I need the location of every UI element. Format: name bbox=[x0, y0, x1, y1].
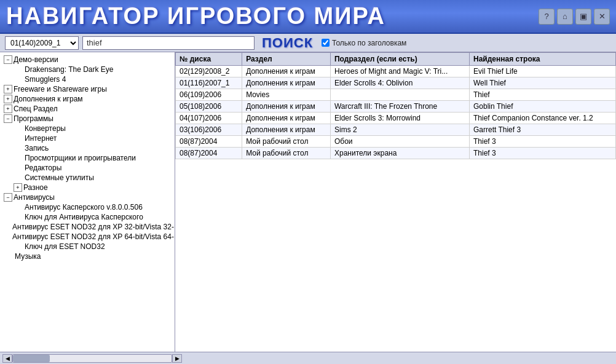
tree-label: Freeware и Shareware игры bbox=[14, 85, 107, 93]
window-icon[interactable]: ▣ bbox=[575, 9, 591, 25]
cell-section: Дополнения к играм bbox=[242, 66, 331, 77]
tree-panel: −Демо-версииDrakensang: The Dark EyeSmug… bbox=[0, 52, 175, 352]
title-only-checkbox-wrapper: Только по заголовкам bbox=[322, 39, 406, 47]
tree-label: Программы bbox=[14, 114, 53, 123]
tree-item-misc[interactable]: +Разное bbox=[1, 183, 173, 192]
title-only-checkbox[interactable] bbox=[322, 39, 330, 47]
tree-label: Интернет bbox=[25, 134, 57, 143]
cell-subsection: Sims 2 bbox=[330, 124, 469, 136]
results-panel: № диска Раздел Подраздел (если есть) Най… bbox=[175, 52, 616, 352]
tree-item-spec[interactable]: +Спец Раздел bbox=[1, 104, 173, 114]
tree-label: Редакторы bbox=[25, 164, 61, 172]
tree-item-record[interactable]: Запись bbox=[1, 143, 173, 153]
tree-label: Просмотрщики и проигрыватели bbox=[25, 154, 136, 162]
table-row[interactable]: 08(87)2004 Мой рабочий стол Обои Thief 3 bbox=[176, 136, 616, 148]
tree-item-viewers[interactable]: Просмотрщики и проигрыватели bbox=[1, 153, 173, 163]
tree-expander[interactable]: + bbox=[4, 105, 12, 113]
cell-found: Thief Companion Constance ver. 1.2 bbox=[469, 113, 615, 124]
search-input[interactable] bbox=[82, 36, 255, 50]
cell-disk: 01(116)2007_1 bbox=[176, 77, 242, 89]
scrollbar-thumb[interactable] bbox=[13, 355, 50, 362]
cell-section: Дополнения к играм bbox=[242, 124, 331, 136]
tree-item-converters[interactable]: Конвертеры bbox=[1, 124, 173, 133]
cell-subsection: Elder Scrolls 3: Morrowind bbox=[330, 113, 469, 124]
tree-connector bbox=[4, 252, 14, 261]
tree-item-kaspersky[interactable]: Антивирус Касперского v.8.0.0.506 bbox=[1, 202, 173, 212]
tree-expander[interactable]: − bbox=[4, 193, 12, 202]
col-disk: № диска bbox=[176, 53, 242, 66]
horizontal-scrollbar[interactable] bbox=[12, 354, 172, 363]
tree-label: Антивирус ESET NOD32 для XP 32-bit/Vista… bbox=[12, 223, 175, 231]
disk-select[interactable]: 01(140)2009_1 02(129)2008_2 01(116)2007_… bbox=[5, 36, 79, 50]
tree-item-sys[interactable]: Системные утилиты bbox=[1, 173, 173, 183]
table-row[interactable]: 01(116)2007_1 Дополнения к играм Elder S… bbox=[176, 77, 616, 89]
tree-connector bbox=[14, 203, 23, 212]
tree-item-eset-xp32[interactable]: Антивирус ESET NOD32 для XP 32-bit/Vista… bbox=[1, 222, 173, 232]
tree-item-smugglers[interactable]: Smugglers 4 bbox=[1, 74, 173, 84]
cell-section: Дополнения к играм bbox=[242, 113, 331, 124]
tree-expander[interactable]: + bbox=[14, 183, 22, 192]
table-row[interactable]: 02(129)2008_2 Дополнения к играм Heroes … bbox=[176, 66, 616, 77]
search-label: ПОИСК bbox=[262, 35, 313, 51]
table-row[interactable]: 04(107)2006 Дополнения к играм Elder Scr… bbox=[176, 113, 616, 124]
cell-found: Well Thief bbox=[469, 77, 615, 89]
close-icon[interactable]: ✕ bbox=[594, 9, 610, 25]
tree-label: Антивирус Касперского v.8.0.0.506 bbox=[25, 203, 143, 212]
cell-disk: 05(108)2006 bbox=[176, 101, 242, 113]
tree-connector bbox=[14, 154, 23, 162]
cell-found: Thief bbox=[469, 89, 615, 101]
cell-section: Дополнения к играм bbox=[242, 77, 331, 89]
col-section: Раздел bbox=[242, 53, 331, 66]
tree-item-eset-key[interactable]: Ключ для ESET NOD32 bbox=[1, 242, 173, 251]
tree-item-demo[interactable]: −Демо-версии bbox=[1, 55, 173, 65]
tree-expander[interactable]: − bbox=[4, 114, 12, 123]
tree-expander[interactable]: + bbox=[4, 85, 12, 93]
tree-label: Демо-версии bbox=[14, 55, 58, 64]
table-row[interactable]: 03(106)2006 Дополнения к играм Sims 2 Ga… bbox=[176, 124, 616, 136]
tree-item-programs[interactable]: −Программы bbox=[1, 114, 173, 124]
table-row[interactable]: 08(87)2004 Мой рабочий стол Хранители эк… bbox=[176, 148, 616, 159]
header: Навигатор игрового мира ? ⌂ ▣ ✕ bbox=[0, 0, 616, 34]
scroll-right-arrow[interactable]: ▶ bbox=[172, 354, 182, 363]
title-only-label: Только по заголовкам bbox=[332, 39, 406, 47]
table-row[interactable]: 06(109)2006 Movies Thief bbox=[176, 89, 616, 101]
cell-subsection: Heroes of Might and Magic V: Tri... bbox=[330, 66, 469, 77]
cell-found: Garrett Thief 3 bbox=[469, 124, 615, 136]
tree-label: Drakensang: The Dark Eye bbox=[25, 65, 114, 74]
table-row[interactable]: 05(108)2006 Дополнения к играм Warcraft … bbox=[176, 101, 616, 113]
cell-section: Мой рабочий стол bbox=[242, 148, 331, 159]
tree-connector bbox=[14, 134, 23, 143]
tree-label: Антивирус ESET NOD32 для XP 64-bit/Vista… bbox=[12, 232, 175, 241]
cell-subsection bbox=[330, 89, 469, 101]
toolbar: 01(140)2009_1 02(129)2008_2 01(116)2007_… bbox=[0, 34, 616, 52]
tree-item-antivirus[interactable]: −Антивирусы bbox=[1, 192, 173, 202]
app-title: Навигатор игрового мира bbox=[6, 3, 539, 30]
home-icon[interactable]: ⌂ bbox=[557, 9, 573, 25]
tree-label: Smugglers 4 bbox=[25, 75, 66, 84]
cell-subsection: Обои bbox=[330, 136, 469, 148]
tree-item-kaspersky-key[interactable]: Ключ для Антивируса Касперского bbox=[1, 212, 173, 222]
tree-expander[interactable]: − bbox=[4, 55, 12, 64]
table-header-row: № диска Раздел Подраздел (если есть) Най… bbox=[176, 53, 616, 66]
col-subsection: Подраздел (если есть) bbox=[330, 53, 469, 66]
tree-label: Системные утилиты bbox=[25, 173, 94, 182]
tree-item-freeware[interactable]: +Freeware и Shareware игры bbox=[1, 84, 173, 94]
help-icon[interactable]: ? bbox=[539, 9, 555, 25]
tree-item-dop[interactable]: +Дополнения к играм bbox=[1, 94, 173, 104]
tree-label: Спец Раздел bbox=[14, 105, 58, 113]
tree-item-internet[interactable]: Интернет bbox=[1, 133, 173, 143]
cell-disk: 04(107)2006 bbox=[176, 113, 242, 124]
tree-label: Дополнения к играм bbox=[14, 95, 83, 103]
tree-connector bbox=[14, 242, 23, 251]
cell-disk: 03(106)2006 bbox=[176, 124, 242, 136]
tree-expander[interactable]: + bbox=[4, 95, 12, 103]
tree-item-editors[interactable]: Редакторы bbox=[1, 163, 173, 173]
cell-section: Movies bbox=[242, 89, 331, 101]
cell-subsection: Хранители экрана bbox=[330, 148, 469, 159]
cell-found: Goblin Thief bbox=[469, 101, 615, 113]
tree-item-dark-eye[interactable]: Drakensang: The Dark Eye bbox=[1, 65, 173, 74]
tree-item-eset-xp64[interactable]: Антивирус ESET NOD32 для XP 64-bit/Vista… bbox=[1, 232, 173, 242]
tree-item-music[interactable]: Музыка bbox=[1, 251, 173, 261]
cell-disk: 08(87)2004 bbox=[176, 136, 242, 148]
scroll-left-arrow[interactable]: ◀ bbox=[2, 354, 12, 363]
